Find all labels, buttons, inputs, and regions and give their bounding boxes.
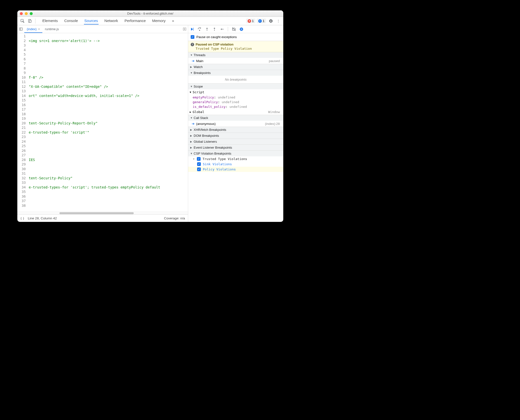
tab-network[interactable]: Network — [104, 17, 119, 24]
checkbox-checked-icon: ✓ — [197, 162, 201, 166]
file-tab-label: (index) — [27, 27, 37, 31]
svg-point-7 — [207, 30, 208, 31]
thread-row[interactable]: ➔ Main paused — [188, 58, 283, 64]
csp-sink-item[interactable]: ✓ Sink Violations — [188, 162, 283, 167]
csp-policy-item[interactable]: ✓ Policy Violations — [188, 167, 283, 172]
message-count: 1 — [263, 19, 264, 23]
message-badge[interactable]: ≡ 1 — [257, 19, 266, 23]
no-breakpoints-label: No breakpoints — [188, 76, 283, 83]
callstack-section: ▼Call Stack ➔ (anonymous) (index):28 — [188, 115, 283, 127]
tab-performance[interactable]: Performance — [124, 17, 146, 24]
file-tab-runtime[interactable]: runtime.js — [42, 26, 61, 32]
deactivate-breakpoints-icon[interactable] — [232, 27, 236, 32]
resume-icon[interactable] — [190, 27, 195, 32]
pause-caught-row[interactable]: ✓ Pause on caught exceptions — [188, 33, 283, 41]
source-pane: (index) × runtime.js 1234567891011121314… — [17, 25, 188, 222]
arrow-right-icon: ➔ — [192, 122, 195, 126]
scope-var: emptyPolicy: undefined — [188, 95, 283, 100]
window-controls — [20, 12, 33, 15]
svg-rect-3 — [19, 28, 22, 30]
svg-rect-5 — [193, 28, 194, 31]
event-listener-breakpoints-section[interactable]: ▶Event Listener Breakpoints — [188, 145, 283, 150]
main-toolbar: Elements Console Sources Network Perform… — [17, 17, 283, 25]
status-bar: { } Line 28, Column 42 Coverage: n/a — [17, 214, 188, 222]
tab-elements[interactable]: Elements — [42, 17, 58, 24]
scope-var: generalPolicy: undefined — [188, 100, 283, 104]
dom-breakpoints-section[interactable]: ▶DOM Breakpoints — [188, 133, 283, 139]
csp-breakpoints-section: ▼CSP Violation Breakpoints ▼ ✓ Trusted T… — [188, 151, 283, 172]
line-numbers: 1234567891011121314151617181920212223242… — [17, 33, 28, 211]
checkbox-checked-icon[interactable]: ✓ — [191, 35, 194, 39]
minimize-window-button[interactable] — [25, 12, 28, 15]
step-into-icon[interactable] — [205, 27, 209, 32]
message-icon: ≡ — [258, 19, 262, 23]
threads-section: ▼Threads ➔ Main paused — [188, 52, 283, 64]
svg-point-6 — [199, 30, 200, 30]
watch-section: ▶Watch — [188, 64, 283, 70]
step-icon[interactable] — [219, 27, 224, 32]
callstack-row[interactable]: ➔ (anonymous) (index):28 — [188, 121, 283, 127]
svg-point-10 — [240, 27, 243, 31]
inspect-icon[interactable] — [19, 18, 26, 24]
debugger-pane: ✓ Pause on caught exceptions iPaused on … — [188, 25, 283, 222]
close-icon[interactable]: × — [38, 27, 40, 31]
svg-rect-2 — [29, 20, 31, 23]
cursor-position: Line 28, Column 42 — [28, 216, 57, 220]
banner-detail: Trusted Type Policy Violation — [191, 47, 281, 50]
tab-console[interactable]: Console — [64, 17, 78, 24]
settings-icon[interactable] — [267, 18, 274, 24]
kebab-icon[interactable]: ⋮ — [275, 18, 282, 24]
banner-title: Paused on CSP violation — [196, 43, 234, 46]
svg-point-8 — [214, 30, 215, 31]
code-content: <img src=1 onerror='alert(1)'> --> f-8" … — [28, 33, 188, 211]
devtools-window: DevTools - tt-enforced.glitch.me/ Elemen… — [17, 10, 283, 222]
pause-on-exceptions-icon[interactable] — [239, 27, 244, 32]
pretty-print-icon[interactable]: { } — [20, 216, 24, 220]
scope-section: ▼Scope ▼Script emptyPolicy: undefined ge… — [188, 84, 283, 115]
step-over-icon[interactable] — [197, 27, 202, 32]
tab-memory[interactable]: Memory — [152, 17, 166, 24]
pause-caught-label: Pause on caught exceptions — [196, 35, 237, 39]
panel-tabs: Elements Console Sources Network Perform… — [42, 17, 175, 24]
scope-var: is_default_policy: undefined — [188, 104, 283, 109]
csp-root-item[interactable]: ▼ ✓ Trusted Type Violations — [188, 156, 283, 162]
file-tab-index[interactable]: (index) × — [24, 26, 42, 33]
error-icon: ✕ — [248, 19, 251, 23]
paused-banner: iPaused on CSP violation Trusted Type Po… — [188, 41, 283, 52]
global-listeners-section[interactable]: ▶Global Listeners — [188, 139, 283, 144]
section-label: Threads — [194, 53, 206, 57]
breakpoints-section: ▼Breakpoints No breakpoints — [188, 70, 283, 84]
arrow-right-icon: ➔ — [192, 59, 195, 63]
code-editor[interactable]: 1234567891011121314151617181920212223242… — [17, 33, 188, 211]
navigator-toggle-icon[interactable] — [17, 27, 24, 31]
error-count: 1 — [252, 19, 254, 23]
overflow-tabs[interactable]: » — [172, 17, 175, 24]
checkbox-checked-icon: ✓ — [197, 167, 201, 171]
close-window-button[interactable] — [20, 12, 23, 15]
tab-sources[interactable]: Sources — [84, 17, 99, 24]
coverage-status: Coverage: n/a — [164, 216, 185, 220]
zoom-window-button[interactable] — [30, 12, 33, 15]
horizontal-scrollbar[interactable] — [17, 211, 188, 214]
info-icon: i — [191, 43, 194, 46]
xhr-breakpoints-section[interactable]: ▶XHR/fetch Breakpoints — [188, 127, 283, 133]
window-title: DevTools - tt-enforced.glitch.me/ — [17, 12, 283, 15]
run-snippet-icon[interactable] — [181, 27, 188, 31]
svg-rect-11 — [241, 28, 241, 30]
svg-point-9 — [223, 29, 224, 29]
debugger-toolbar — [188, 25, 283, 33]
divider — [35, 19, 35, 23]
titlebar: DevTools - tt-enforced.glitch.me/ — [17, 10, 283, 17]
error-badge[interactable]: ✕ 1 — [246, 19, 255, 23]
checkbox-checked-icon: ✓ — [197, 157, 201, 161]
svg-rect-12 — [242, 28, 242, 30]
step-out-icon[interactable] — [212, 27, 217, 32]
file-tabs: (index) × runtime.js — [17, 25, 188, 33]
main-area: (index) × runtime.js 1234567891011121314… — [17, 25, 283, 222]
device-toggle-icon[interactable] — [26, 18, 33, 24]
